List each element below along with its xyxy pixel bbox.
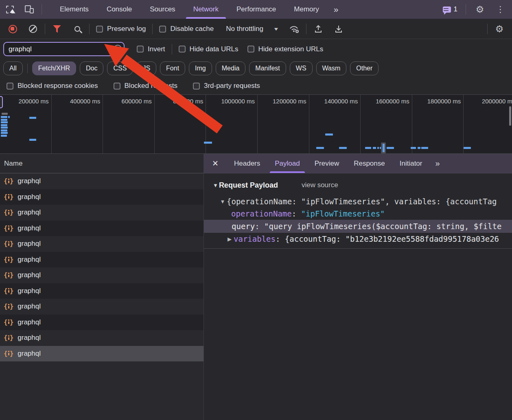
- extra-filter-checkbox[interactable]: [193, 83, 200, 90]
- clear-filter-icon[interactable]: ✕: [114, 45, 122, 53]
- section-expander-icon[interactable]: ▼: [213, 182, 218, 188]
- network-conditions-button[interactable]: [286, 22, 303, 36]
- waterfall-bar: [2, 113, 8, 115]
- network-settings-button[interactable]: ⚙: [491, 22, 508, 36]
- payload-tree: ▼{operationName: "ipFlowTimeseries", var…: [204, 195, 512, 249]
- main-tab[interactable]: Performance: [228, 0, 285, 19]
- waterfall-bar: [1, 129, 7, 131]
- extra-filter-checkbox[interactable]: [7, 83, 13, 90]
- payload-variables-row[interactable]: ▶variables: {accountTag: "b12e3b2192ee55…: [204, 233, 512, 245]
- waterfall-bar: [1, 135, 7, 137]
- type-filter-pill[interactable]: Img: [189, 61, 212, 75]
- extra-filter-toggle[interactable]: Blocked requests: [110, 82, 181, 90]
- main-tab[interactable]: Elements: [51, 0, 98, 19]
- hide-data-urls-toggle[interactable]: Hide data URLs: [176, 45, 241, 53]
- gear-icon: ⚙: [476, 5, 484, 14]
- settings-button[interactable]: ⚙: [470, 5, 490, 14]
- divider: [45, 24, 45, 34]
- payload-root-row[interactable]: ▼{operationName: "ipFlowTimeseries", var…: [204, 195, 512, 208]
- type-filter-pill[interactable]: Doc: [80, 61, 103, 75]
- request-row[interactable]: graphql: [0, 221, 203, 236]
- type-filter-pill[interactable]: Media: [216, 61, 246, 75]
- network-overview-timeline[interactable]: 200000 ms400000 ms600000 ms800000 ms1000…: [0, 95, 512, 154]
- expander-icon[interactable]: ▼: [219, 199, 227, 205]
- search-button[interactable]: [69, 22, 86, 36]
- clear-network-log-button[interactable]: [24, 22, 42, 36]
- request-row[interactable]: graphql: [0, 330, 203, 346]
- payload-operation-row[interactable]: operationName: "ipFlowTimeseries": [204, 208, 512, 220]
- download-icon: [334, 24, 343, 33]
- request-row[interactable]: graphql: [0, 236, 203, 252]
- view-source-link[interactable]: view source: [302, 181, 338, 189]
- type-filter-pill[interactable]: Other: [350, 61, 379, 75]
- record-icon: [9, 25, 17, 33]
- customize-menu-button[interactable]: ⋮: [491, 4, 510, 14]
- request-row[interactable]: graphql: [0, 346, 203, 362]
- network-toolbar: Preserve log Disable cache No throttling…: [0, 19, 512, 39]
- export-har-button[interactable]: [330, 22, 347, 36]
- issues-button[interactable]: 1: [439, 5, 462, 13]
- hide-extension-urls-checkbox[interactable]: [247, 46, 254, 52]
- details-tab[interactable]: Initiator: [392, 154, 430, 173]
- timeline-scrollbar[interactable]: [509, 106, 511, 126]
- details-tab[interactable]: Response: [346, 154, 392, 173]
- main-tab[interactable]: Console: [98, 0, 141, 19]
- device-toolbar-button[interactable]: [20, 0, 39, 19]
- request-row[interactable]: graphql: [0, 205, 203, 221]
- preserve-log-checkbox[interactable]: [96, 26, 103, 33]
- type-filter-pill[interactable]: Fetch/XHR: [32, 61, 76, 75]
- timeline-range-handle[interactable]: [0, 96, 3, 108]
- name-column-header[interactable]: Name: [0, 154, 203, 173]
- request-row[interactable]: graphql: [0, 315, 203, 330]
- preserve-log-toggle[interactable]: Preserve log: [93, 25, 149, 33]
- json-request-icon: [4, 272, 13, 278]
- type-filter-pill[interactable]: JS: [136, 61, 156, 75]
- request-row[interactable]: graphql: [0, 252, 203, 268]
- throttling-dropdown[interactable]: No throttling ▼: [220, 25, 282, 33]
- request-row[interactable]: graphql: [0, 173, 203, 189]
- hide-data-urls-checkbox[interactable]: [179, 46, 186, 52]
- main-tab[interactable]: Sources: [141, 0, 184, 19]
- type-filter-pill[interactable]: Wasm: [316, 61, 347, 75]
- disable-cache-checkbox[interactable]: [159, 26, 166, 33]
- details-tab[interactable]: Headers: [227, 154, 267, 173]
- inspect-element-button[interactable]: [0, 0, 20, 19]
- extra-filter-checkbox[interactable]: [114, 83, 120, 90]
- main-tab[interactable]: Network: [184, 0, 228, 19]
- request-row[interactable]: graphql: [0, 267, 203, 283]
- section-title: Request Payload: [219, 181, 278, 190]
- disable-cache-toggle[interactable]: Disable cache: [156, 25, 217, 33]
- close-details-button[interactable]: ✕: [204, 154, 227, 173]
- import-har-button[interactable]: [310, 22, 327, 36]
- filter-input[interactable]: [3, 42, 125, 56]
- kebab-icon: ⋮: [496, 4, 505, 14]
- network-filter-row: ✕ Invert Hide data URLs Hide extension U…: [0, 39, 512, 59]
- details-tab[interactable]: Payload: [267, 154, 307, 173]
- type-filter-pill[interactable]: Font: [160, 61, 185, 75]
- invert-checkbox[interactable]: [137, 46, 144, 52]
- json-request-icon: [4, 288, 13, 294]
- more-details-tabs-button[interactable]: »: [429, 154, 444, 173]
- issues-message-icon: [443, 7, 451, 13]
- main-tabs: ElementsConsoleSourcesNetworkPerformance…: [51, 0, 328, 19]
- extra-filter-toggle[interactable]: 3rd-party requests: [190, 82, 263, 90]
- record-network-log-button[interactable]: [4, 22, 21, 36]
- request-row[interactable]: graphql: [0, 189, 203, 205]
- hide-extension-urls-toggle[interactable]: Hide extension URLs: [245, 45, 326, 53]
- extra-filter-toggle[interactable]: Blocked response cookies: [3, 82, 101, 90]
- main-tab[interactable]: Memory: [285, 0, 328, 19]
- invert-filter-toggle[interactable]: Invert: [134, 45, 168, 53]
- details-tab[interactable]: Preview: [307, 154, 346, 173]
- clear-icon: [29, 25, 37, 33]
- expander-icon[interactable]: ▶: [225, 236, 234, 242]
- more-tabs-button[interactable]: »: [328, 0, 344, 19]
- type-filter-pill[interactable]: WS: [290, 61, 313, 75]
- payload-query-row[interactable]: query: "query ipFlowTimeseries($accountT…: [204, 220, 512, 233]
- request-row[interactable]: graphql: [0, 299, 203, 315]
- type-filter-pill[interactable]: Manifest: [249, 61, 286, 75]
- request-row[interactable]: graphql: [0, 283, 203, 299]
- type-filter-all[interactable]: All: [3, 61, 23, 75]
- type-filter-pill[interactable]: CSS: [107, 61, 133, 75]
- filter-toggle-button[interactable]: [48, 22, 66, 36]
- waterfall-bar: [1, 121, 8, 123]
